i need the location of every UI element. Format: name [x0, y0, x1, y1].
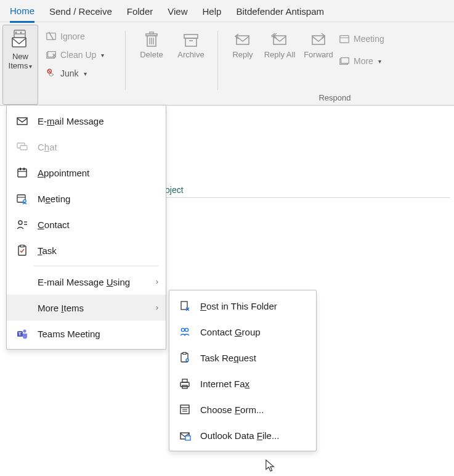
svg-point-50 — [185, 328, 188, 331]
svg-rect-2 — [20, 32, 22, 34]
svg-rect-18 — [150, 32, 153, 34]
menu-teams-meeting[interactable]: T Teams Meeting — [7, 321, 166, 347]
svg-point-46 — [23, 330, 26, 333]
new-items-icon — [10, 29, 31, 50]
ribbon-group-delete: Ignore Clean Up▾ Junk▾ — [39, 25, 126, 105]
menu-more-items-label: More Items — [38, 303, 147, 313]
submenu-outlook-data-file[interactable]: Outlook Data File... — [169, 422, 316, 448]
menu-email-message-using[interactable]: E-mail Message Using › — [7, 269, 166, 295]
menu-separator — [34, 266, 158, 266]
task-icon — [15, 244, 29, 257]
tab-send-receive[interactable]: Send / Receive — [49, 4, 112, 22]
menu-teams-meeting-label: Teams Meeting — [38, 329, 158, 339]
svg-rect-34 — [20, 168, 21, 170]
menu-task-label: Task — [38, 245, 158, 256]
menu-task[interactable]: Task — [7, 237, 166, 263]
tab-folder[interactable]: Folder — [127, 4, 153, 22]
ribbon-group-delete-archive: Delete Archive — [126, 25, 218, 105]
svg-point-48 — [187, 308, 188, 310]
contact-group-icon — [178, 325, 192, 339]
svg-rect-1 — [15, 32, 17, 34]
submenu-post-label: Post in This Folder — [200, 301, 309, 311]
svg-point-53 — [186, 359, 188, 361]
reply-all-button[interactable]: Reply All — [261, 27, 298, 70]
tab-view[interactable]: View — [168, 4, 187, 22]
menu-appointment[interactable]: Appointment — [7, 160, 166, 186]
data-file-icon — [178, 429, 192, 442]
envelope-icon — [15, 114, 29, 128]
submenu-contact-group[interactable]: Contact Group — [169, 319, 316, 345]
new-items-button[interactable]: New Items▾ — [2, 25, 38, 105]
clean-up-button[interactable]: Clean Up▾ — [46, 46, 120, 64]
more-items-submenu: Post in This Folder Contact Group Task R… — [169, 290, 317, 451]
menu-contact[interactable]: Contact — [7, 211, 166, 237]
submenu-post-in-folder[interactable]: Post in This Folder — [169, 293, 316, 319]
menu-chat: Chat — [7, 134, 166, 160]
svg-rect-28 — [341, 58, 349, 64]
svg-point-39 — [18, 221, 22, 224]
meeting-button[interactable]: Meeting — [339, 30, 384, 48]
ribbon-group-respond: Reply Reply All Forward Meeting More▾ — [218, 25, 452, 105]
svg-rect-8 — [48, 52, 56, 57]
svg-point-49 — [181, 328, 184, 331]
submenu-task-request-label: Task Request — [200, 353, 309, 363]
reply-button[interactable]: Reply — [224, 27, 261, 70]
svg-rect-31 — [20, 146, 27, 150]
submenu-contact-group-label: Contact Group — [200, 327, 309, 337]
partial-header-text: oject — [165, 185, 184, 195]
menu-email-message-label: E-mail Message — [38, 116, 158, 126]
respond-group-label: Respond — [218, 93, 452, 102]
svg-rect-25 — [340, 36, 349, 43]
calendar-icon — [15, 166, 29, 179]
svg-rect-55 — [182, 379, 187, 382]
chevron-right-icon: › — [156, 303, 158, 312]
content-divider — [165, 197, 450, 198]
submenu-outlook-data-file-label: Outlook Data File... — [200, 430, 309, 441]
calendar-people-icon — [15, 192, 29, 205]
svg-text:T: T — [18, 331, 22, 337]
svg-rect-52 — [183, 353, 186, 355]
submenu-choose-form[interactable]: Choose Form... — [169, 396, 316, 422]
tab-bitdefender-antispam[interactable]: Bitdefender Antispam — [236, 4, 324, 22]
menu-meeting[interactable]: Meeting — [7, 186, 166, 211]
chevron-right-icon: › — [156, 277, 158, 286]
tab-home[interactable]: Home — [10, 3, 34, 23]
contact-icon — [15, 218, 29, 231]
svg-rect-20 — [185, 38, 197, 46]
menu-email-message-using-label: E-mail Message Using — [38, 277, 147, 287]
chevron-down-icon: ▾ — [29, 63, 32, 70]
fax-icon — [178, 377, 192, 390]
menu-appointment-label: Appointment — [38, 168, 158, 178]
ribbon-tabbar: Home Send / Receive Folder View Help Bit… — [0, 0, 454, 22]
menu-email-message[interactable]: E-mail Message — [7, 108, 166, 134]
svg-rect-62 — [185, 436, 190, 440]
junk-button[interactable]: Junk▾ — [46, 64, 120, 83]
svg-point-38 — [23, 200, 26, 202]
submenu-choose-form-label: Choose Form... — [200, 404, 309, 415]
menu-chat-label: Chat — [38, 142, 158, 152]
reply-all-label: Reply All — [264, 51, 296, 59]
delete-button[interactable]: Delete — [132, 27, 171, 62]
submenu-task-request[interactable]: Task Request — [169, 345, 316, 371]
archive-button[interactable]: Archive — [171, 27, 211, 62]
svg-rect-29 — [17, 118, 27, 125]
menu-meeting-label: Meeting — [38, 194, 158, 204]
post-icon — [178, 299, 192, 313]
menu-more-items[interactable]: More Items › — [7, 295, 166, 321]
svg-rect-22 — [237, 36, 249, 44]
ignore-button[interactable]: Ignore — [46, 27, 120, 46]
svg-rect-32 — [18, 169, 26, 177]
tab-help[interactable]: Help — [203, 4, 222, 22]
svg-rect-19 — [184, 35, 198, 38]
svg-rect-4 — [12, 38, 26, 47]
svg-rect-35 — [23, 168, 25, 170]
menu-contact-label: Contact — [38, 220, 158, 230]
chat-icon — [15, 140, 29, 154]
svg-line-12 — [48, 70, 51, 73]
more-respond-button[interactable]: More▾ — [339, 52, 384, 70]
submenu-internet-fax[interactable]: Internet Fax — [169, 371, 316, 396]
teams-icon: T — [15, 327, 29, 340]
ribbon: New Items▾ Ignore Clean Up▾ Junk▾ Delete — [0, 22, 454, 105]
new-items-label: New Items▾ — [9, 52, 33, 71]
forward-button[interactable]: Forward — [298, 27, 339, 70]
